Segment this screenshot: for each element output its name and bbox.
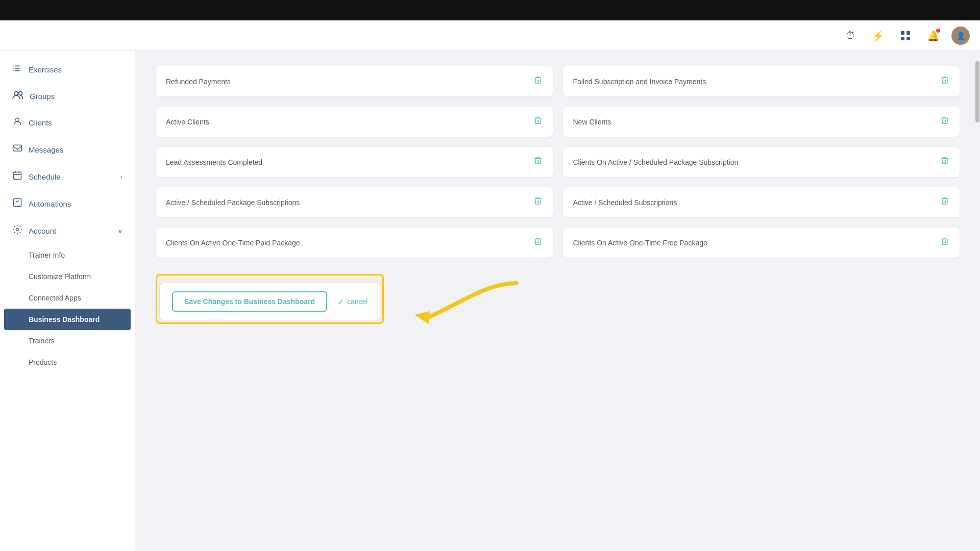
sidebar-sub-label-trainers: Trainers: [29, 337, 55, 345]
svg-rect-0: [901, 31, 904, 35]
action-bar: Save Changes to Business Dashboard ✓ can…: [159, 283, 380, 320]
sidebar-item-clients[interactable]: Clients: [0, 109, 135, 136]
account-icon: [12, 224, 22, 237]
delete-icon-new-clients[interactable]: [940, 116, 949, 128]
sidebar-sub-item-trainer-info[interactable]: Trainer Info: [0, 244, 135, 266]
sidebar-item-automations[interactable]: Automations: [0, 190, 135, 217]
delete-icon-active-scheduled-subs[interactable]: [940, 196, 949, 208]
card-refunded-payments: Refunded Payments: [156, 66, 553, 96]
sidebar-sub-item-customize-platform[interactable]: Customize Platform: [0, 266, 135, 287]
delete-icon-failed-subscription[interactable]: [940, 76, 949, 87]
card-label-lead-assessments: Lead Assessments Completed: [166, 158, 262, 166]
delete-icon-refunded-payments[interactable]: [533, 76, 543, 87]
messages-icon: [12, 143, 22, 156]
svg-point-5: [19, 92, 22, 95]
svg-point-10: [16, 229, 19, 231]
sidebar-label-groups: Groups: [30, 92, 55, 101]
card-failed-subscription: Failed Subscription and Invoice Payments: [563, 66, 960, 96]
card-new-clients: New Clients: [563, 107, 960, 137]
layout: Exercises Groups Clients: [0, 51, 980, 551]
grid-icon[interactable]: [896, 27, 915, 45]
sidebar-sub-item-products[interactable]: Products: [0, 352, 135, 373]
cards-row-1: Refunded Payments Failed Subscription an…: [156, 66, 960, 96]
sidebar-sub-label-trainer-info: Trainer Info: [29, 251, 65, 259]
sidebar-sub-item-trainers[interactable]: Trainers: [0, 330, 135, 352]
card-label-active-scheduled-subs: Active / Scheduled Subscriptions: [573, 198, 677, 207]
card-clients-on-active-scheduled: Clients On Active / Scheduled Package Su…: [563, 147, 960, 177]
card-label-failed-subscription: Failed Subscription and Invoice Payments: [573, 78, 706, 86]
schedule-icon: [12, 170, 22, 183]
cancel-link[interactable]: cancel: [347, 297, 368, 306]
svg-rect-3: [906, 37, 910, 40]
black-top-bar: [0, 0, 980, 20]
sidebar-sub-item-business-dashboard[interactable]: Business Dashboard: [4, 309, 131, 330]
user-avatar[interactable]: 👤: [951, 27, 970, 45]
sidebar-item-schedule[interactable]: Schedule ›: [0, 163, 135, 190]
right-scrollbar[interactable]: [974, 51, 980, 551]
cards-row-4: Active / Scheduled Package Subscriptions…: [156, 187, 960, 217]
delete-icon-active-scheduled-package[interactable]: [533, 196, 543, 208]
card-label-clients-active-paid: Clients On Active One-Time Paid Package: [166, 239, 300, 247]
scrollbar-thumb: [975, 61, 979, 122]
action-area: Save Changes to Business Dashboard ✓ can…: [156, 274, 384, 324]
svg-rect-7: [13, 145, 22, 151]
sidebar-sub-label-connected-apps: Connected Apps: [29, 294, 81, 302]
sidebar-label-clients: Clients: [29, 118, 52, 127]
svg-rect-2: [901, 37, 904, 40]
card-clients-active-paid: Clients On Active One-Time Paid Package: [156, 228, 553, 258]
cards-row-3: Lead Assessments Completed Clients On Ac…: [156, 147, 960, 177]
schedule-expand-icon: ›: [120, 173, 122, 181]
sidebar-label-account: Account: [29, 227, 56, 235]
svg-rect-1: [906, 31, 910, 35]
groups-icon: [12, 90, 23, 102]
card-lead-assessments: Lead Assessments Completed: [156, 147, 553, 177]
svg-point-4: [15, 92, 18, 95]
card-active-scheduled-package: Active / Scheduled Package Subscriptions: [156, 187, 553, 217]
annotation-arrow: [384, 273, 527, 334]
sidebar-label-automations: Automations: [29, 199, 71, 208]
delete-icon-clients-active-paid[interactable]: [533, 237, 543, 248]
sidebar-label-schedule: Schedule: [29, 172, 61, 181]
cards-row-5: Clients On Active One-Time Paid Package …: [156, 228, 960, 258]
card-label-refunded-payments: Refunded Payments: [166, 78, 231, 86]
clock-icon[interactable]: ⏱: [841, 27, 860, 45]
main-content: Refunded Payments Failed Subscription an…: [135, 51, 980, 551]
svg-rect-9: [14, 199, 21, 207]
sidebar-item-exercises[interactable]: Exercises: [0, 56, 135, 83]
svg-point-6: [16, 118, 19, 121]
account-expand-icon: ∨: [118, 228, 122, 235]
delete-icon-active-clients[interactable]: [533, 116, 543, 128]
automations-icon: [12, 197, 22, 210]
sidebar-item-messages[interactable]: Messages: [0, 136, 135, 163]
delete-icon-lead-assessments[interactable]: [533, 156, 543, 168]
sidebar-sub-label-business-dashboard: Business Dashboard: [29, 315, 100, 323]
card-label-clients-active-free: Clients On Active One-Time Free Package: [573, 239, 707, 247]
sidebar-label-messages: Messages: [29, 145, 63, 154]
sidebar-item-groups[interactable]: Groups: [0, 83, 135, 109]
save-button[interactable]: Save Changes to Business Dashboard: [172, 291, 327, 312]
cancel-area: ✓ cancel: [337, 297, 368, 307]
sidebar: Exercises Groups Clients: [0, 51, 135, 551]
notification-dot: [936, 29, 940, 33]
sidebar-item-account[interactable]: Account ∨: [0, 217, 135, 244]
sidebar-sub-label-customize-platform: Customize Platform: [29, 272, 91, 281]
delete-icon-clients-active-free[interactable]: [940, 237, 949, 248]
card-clients-active-free: Clients On Active One-Time Free Package: [563, 228, 960, 258]
card-label-active-clients: Active Clients: [166, 118, 209, 126]
cancel-check-icon: ✓: [337, 297, 344, 307]
exercises-icon: [12, 63, 22, 76]
save-highlight-box: Save Changes to Business Dashboard ✓ can…: [156, 274, 384, 324]
card-label-new-clients: New Clients: [573, 118, 611, 126]
card-active-scheduled-subs: Active / Scheduled Subscriptions: [563, 187, 960, 217]
delete-icon-clients-active-scheduled[interactable]: [940, 156, 949, 168]
sidebar-sub-item-connected-apps[interactable]: Connected Apps: [0, 287, 135, 309]
clients-icon: [12, 116, 22, 129]
header-bar: ⏱ ⚡ 🔔 👤: [0, 20, 980, 51]
sidebar-sub-label-products: Products: [29, 358, 57, 366]
svg-rect-8: [14, 172, 21, 179]
bell-icon[interactable]: 🔔: [924, 27, 942, 45]
card-active-clients: Active Clients: [156, 107, 553, 137]
cards-row-2: Active Clients New Clients: [156, 107, 960, 137]
lightning-icon[interactable]: ⚡: [869, 27, 887, 45]
sidebar-label-exercises: Exercises: [29, 65, 62, 74]
